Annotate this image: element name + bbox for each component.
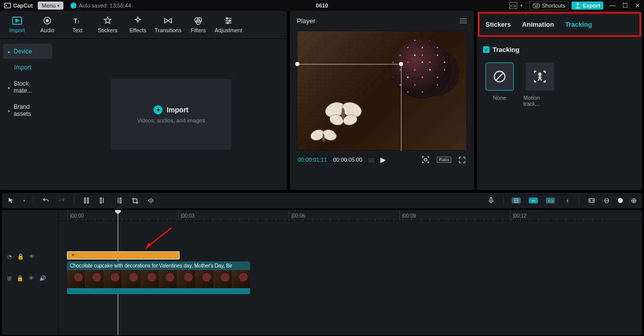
- player-panel: Player: [290, 11, 474, 190]
- magnet-preview-icon[interactable]: ▭: [546, 197, 555, 204]
- layout-icon[interactable]: ▭: [509, 2, 517, 9]
- svg-point-16: [227, 22, 228, 24]
- undo-icon[interactable]: [42, 196, 50, 205]
- timecode-current: 00:00:01:11: [298, 157, 327, 163]
- mic-icon[interactable]: [487, 196, 495, 205]
- annotation-arrow: [144, 225, 174, 250]
- svg-rect-2: [534, 5, 535, 5]
- eye-icon[interactable]: 👁: [29, 253, 35, 260]
- svg-point-21: [342, 108, 345, 120]
- magnet-main-icon[interactable]: ⊟: [512, 197, 521, 204]
- tracking-checkbox[interactable]: ✓: [483, 46, 490, 53]
- sidebar-item-device[interactable]: Device: [3, 44, 52, 59]
- lock-icon[interactable]: 🔒: [17, 253, 24, 260]
- pointer-tool-icon[interactable]: [7, 196, 15, 205]
- svg-rect-29: [85, 198, 86, 204]
- svg-text:T: T: [74, 18, 78, 25]
- ruler[interactable]: |00:00 |00:03 |00:06 |00:09 |00:12: [58, 210, 642, 221]
- split-icon[interactable]: [83, 196, 91, 205]
- timeline-toolbar: ▾ ⊟ ⫘ ▭ ⫞ ⊖ ⊕: [2, 193, 642, 208]
- svg-rect-31: [100, 198, 101, 204]
- svg-rect-3: [535, 5, 536, 5]
- video-track-icon[interactable]: ⊞: [7, 275, 12, 282]
- video-clip[interactable]: Chocolate cupcake with decorations for V…: [67, 261, 250, 294]
- svg-point-25: [424, 158, 427, 161]
- sidebar-item-stock[interactable]: Stock mate...: [3, 76, 52, 98]
- svg-line-27: [496, 73, 504, 81]
- sticker-track-header: ◔ 🔒 👁: [2, 250, 58, 263]
- tracking-header: ✓ Tracking: [483, 46, 636, 53]
- close-icon[interactable]: ✕: [635, 2, 640, 9]
- mute-icon[interactable]: 🔊: [39, 275, 46, 282]
- tab-transitions[interactable]: Transitions: [153, 14, 183, 35]
- timeline-tracks[interactable]: |00:00 |00:03 |00:06 |00:09 |00:12 Choco…: [58, 210, 642, 335]
- import-dropzone[interactable]: +Import Videos, audios, and images: [111, 79, 231, 150]
- video-track-header: ⊞ 🔒 👁 🔊: [2, 272, 58, 285]
- svg-point-24: [323, 134, 325, 142]
- mirror-icon[interactable]: [147, 196, 155, 205]
- svg-point-28: [539, 73, 541, 76]
- svg-rect-5: [534, 6, 538, 7]
- compare-icon[interactable]: ▯▯: [368, 157, 374, 163]
- crop-icon[interactable]: [131, 196, 139, 205]
- timeline: ◔ 🔒 👁 ⊞ 🔒 👁 🔊 Cover |00:00 |00:03 |00:06…: [2, 210, 642, 335]
- player-menu-icon[interactable]: [460, 19, 467, 23]
- zoom-out-icon[interactable]: ⊖: [604, 196, 610, 205]
- titlebar: CapCut Menu▾ ✓ Auto saved: 13:56:44 0610…: [0, 0, 644, 11]
- player-title: Player: [297, 17, 315, 25]
- redo-icon: [58, 196, 66, 205]
- tab-stickers-prop[interactable]: Stickers: [486, 21, 511, 28]
- scan-icon[interactable]: [422, 156, 430, 164]
- tab-effects[interactable]: Effects: [123, 14, 153, 35]
- media-sidebar: Device Import Stock mate... Brand assets: [0, 39, 55, 190]
- zoom-in-icon[interactable]: ⊕: [631, 196, 637, 205]
- sticker-clip[interactable]: [67, 251, 180, 259]
- maximize-icon[interactable]: ☐: [622, 2, 628, 9]
- export-button[interactable]: Export: [572, 2, 603, 10]
- sidebar-item-import[interactable]: Import: [3, 60, 52, 75]
- tracking-option-none[interactable]: None: [483, 62, 516, 107]
- eye-icon[interactable]: 👁: [29, 275, 34, 282]
- fullscreen-icon[interactable]: [458, 156, 466, 164]
- svg-point-14: [226, 18, 228, 19]
- tab-adjustment[interactable]: Adjustment: [213, 14, 244, 35]
- tab-tracking-prop[interactable]: Tracking: [565, 21, 592, 28]
- magnet-link-icon[interactable]: ⫘: [529, 197, 538, 204]
- svg-rect-32: [120, 198, 121, 204]
- split-left-icon[interactable]: [99, 196, 107, 205]
- ratio-button[interactable]: Ratio: [437, 157, 451, 163]
- play-icon[interactable]: ▶: [380, 156, 386, 164]
- plus-icon: +: [153, 105, 163, 114]
- app-logo: CapCut: [4, 2, 33, 9]
- media-panel: Import Audio TI Text Stickers Effects Tr…: [0, 11, 287, 190]
- tab-import[interactable]: Import: [2, 14, 32, 35]
- lock-icon[interactable]: 🔒: [17, 275, 24, 282]
- preview-canvas[interactable]: [297, 31, 467, 151]
- tab-stickers[interactable]: Stickers: [93, 14, 123, 35]
- tab-text[interactable]: TI Text: [62, 14, 93, 35]
- split-right-icon[interactable]: [115, 196, 123, 205]
- project-title: 0610: [316, 3, 328, 9]
- tab-audio[interactable]: Audio: [32, 14, 62, 35]
- collapse-icon[interactable]: [588, 196, 596, 205]
- minimize-icon[interactable]: —: [609, 2, 615, 9]
- zoom-slider[interactable]: [618, 198, 623, 203]
- pointer-caret[interactable]: ▾: [23, 198, 25, 203]
- layout-caret[interactable]: ▾: [520, 3, 523, 8]
- svg-text:I: I: [78, 20, 79, 24]
- svg-rect-4: [537, 5, 538, 5]
- tracking-option-motion[interactable]: Motion track...: [523, 62, 556, 107]
- svg-rect-1: [533, 4, 539, 8]
- tab-filters[interactable]: Filters: [183, 14, 213, 35]
- svg-rect-30: [88, 198, 89, 204]
- clock-icon[interactable]: ◔: [7, 253, 12, 260]
- shortcuts-button[interactable]: Shortcuts: [529, 1, 569, 10]
- svg-line-35: [148, 228, 172, 246]
- tab-animation-prop[interactable]: Animation: [522, 21, 554, 28]
- menu-button[interactable]: Menu▾: [38, 2, 63, 10]
- svg-point-15: [229, 20, 231, 22]
- align-icon[interactable]: ⫞: [563, 196, 571, 205]
- svg-marker-36: [145, 242, 151, 249]
- properties-panel: Stickers Animation Tracking ✓ Tracking N…: [477, 11, 642, 190]
- sidebar-item-brand[interactable]: Brand assets: [3, 99, 52, 121]
